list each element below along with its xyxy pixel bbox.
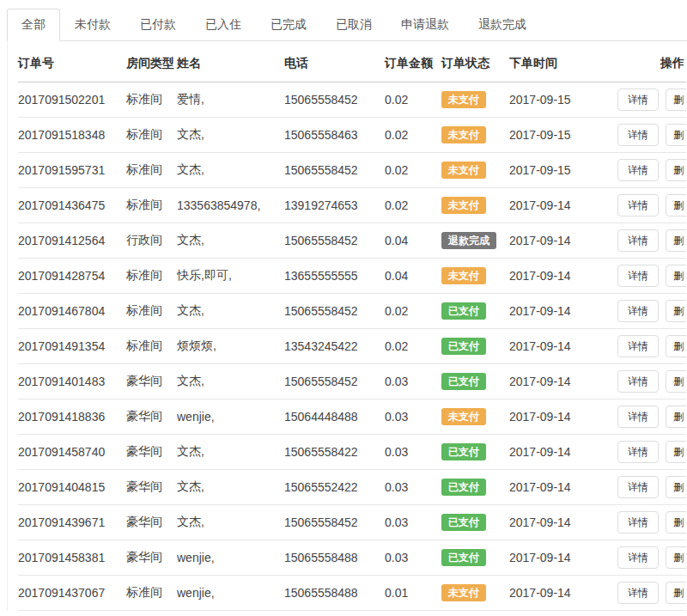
guest-name-cell: 文杰,	[177, 153, 284, 188]
delete-button[interactable]: 删	[666, 300, 686, 322]
delete-button[interactable]: 删	[666, 441, 686, 463]
status-badge: 退款完成	[441, 232, 496, 249]
status-badge: 已支付	[441, 443, 486, 460]
delete-button[interactable]: 删	[666, 124, 686, 146]
amount-cell: 0.02	[385, 294, 441, 329]
phone-cell: 13919274653	[284, 188, 385, 223]
status-badge: 未支付	[441, 162, 486, 179]
delete-button[interactable]: 删	[666, 265, 686, 287]
phone-cell: 13543245422	[284, 329, 385, 364]
detail-button[interactable]: 详情	[617, 370, 659, 393]
delete-button[interactable]: 删	[666, 335, 686, 357]
column-header-1: 房间类型	[126, 41, 177, 82]
tab-7[interactable]: 退款完成	[464, 9, 541, 41]
amount-cell: 0.03	[385, 505, 441, 540]
room-type-cell: 豪华间	[126, 435, 177, 470]
room-type-cell: 标准间	[126, 329, 177, 364]
table-header-row: 订单号房间类型姓名电话订单金额订单状态下单时间操作	[18, 41, 686, 82]
table-row: 2017091401483豪华间文杰,150655584520.03已支付201…	[18, 364, 686, 399]
amount-cell: 0.03	[385, 399, 441, 435]
detail-button[interactable]: 详情	[617, 511, 659, 534]
order-number-cell: 2017091412564	[18, 223, 126, 259]
status-badge: 已支付	[441, 479, 486, 496]
order-number-cell: 2017091401483	[18, 364, 126, 399]
detail-button[interactable]: 详情	[617, 265, 659, 287]
detail-button[interactable]: 详情	[617, 194, 659, 217]
detail-button[interactable]: 详情	[617, 124, 659, 146]
order-number-cell: 2017091436475	[18, 188, 126, 223]
room-type-cell: 豪华间	[126, 470, 177, 505]
order-number-cell: 2017091437067	[18, 576, 126, 611]
delete-button[interactable]: 删	[666, 476, 686, 498]
guest-name-cell: 烦烦烦,	[177, 329, 284, 364]
actions-cell: 详情删	[611, 153, 686, 188]
room-type-cell: 行政间	[126, 223, 177, 259]
order-number-cell: 2017091428754	[18, 259, 126, 294]
detail-button[interactable]: 详情	[617, 229, 659, 252]
status-cell: 未支付	[441, 82, 509, 118]
room-type-cell: 豪华间	[126, 540, 177, 576]
tab-3[interactable]: 已入住	[191, 9, 256, 41]
status-cell: 已支付	[441, 540, 509, 576]
detail-button[interactable]: 详情	[617, 406, 659, 428]
column-header-4: 订单金额	[385, 41, 441, 82]
column-header-3: 电话	[284, 41, 385, 82]
column-header-5: 订单状态	[441, 41, 509, 82]
delete-button[interactable]: 删	[666, 406, 686, 428]
status-cell: 未支付	[441, 576, 509, 611]
order-number-cell: 2017091491354	[18, 329, 126, 364]
actions-cell: 详情删	[611, 576, 686, 611]
amount-cell: 0.02	[385, 82, 441, 118]
phone-cell: 15065552422	[284, 470, 385, 505]
status-cell: 已支付	[441, 364, 509, 399]
delete-button[interactable]: 删	[666, 370, 686, 393]
detail-button[interactable]: 详情	[617, 159, 659, 181]
delete-button[interactable]: 删	[666, 582, 686, 604]
tab-6[interactable]: 申请退款	[386, 9, 464, 41]
status-cell: 未支付	[441, 188, 509, 223]
delete-button[interactable]: 删	[666, 159, 686, 181]
tab-2[interactable]: 已付款	[125, 9, 191, 41]
actions-cell: 详情删	[611, 435, 686, 470]
detail-button[interactable]: 详情	[617, 476, 659, 498]
delete-button[interactable]: 删	[666, 88, 686, 111]
order-date-cell: 2017-09-14	[509, 259, 611, 294]
actions-cell: 详情删	[611, 259, 686, 294]
order-number-cell: 2017091467804	[18, 294, 126, 329]
order-date-cell: 2017-09-15	[509, 82, 611, 118]
status-cell: 已支付	[441, 294, 509, 329]
status-cell: 已支付	[441, 505, 509, 540]
status-cell: 未支付	[441, 399, 509, 435]
delete-button[interactable]: 删	[666, 229, 686, 252]
delete-button[interactable]: 删	[666, 546, 686, 569]
tab-1[interactable]: 未付款	[60, 9, 125, 41]
detail-button[interactable]: 详情	[617, 300, 659, 322]
tab-4[interactable]: 已完成	[256, 9, 321, 41]
status-badge: 未支付	[441, 126, 486, 143]
detail-button[interactable]: 详情	[617, 88, 659, 111]
guest-name-cell: wenjie,	[177, 540, 284, 576]
table-row: 2017091595731标准间文杰,150655584520.02未支付201…	[18, 153, 686, 188]
status-badge: 未支付	[441, 408, 486, 425]
phone-cell: 15065558452	[284, 153, 385, 188]
delete-button[interactable]: 删	[666, 511, 686, 534]
detail-button[interactable]: 详情	[617, 582, 659, 604]
tab-0[interactable]: 全部	[7, 9, 60, 41]
amount-cell: 0.04	[385, 259, 441, 294]
amount-cell: 0.01	[385, 576, 441, 611]
table-row: 2017091467804标准间文杰,150655584520.02已支付201…	[18, 294, 686, 329]
detail-button[interactable]: 详情	[617, 441, 659, 463]
order-number-cell: 2017091518348	[18, 118, 126, 153]
guest-name-cell: 文杰,	[177, 294, 284, 329]
status-cell: 已支付	[441, 329, 509, 364]
tab-5[interactable]: 已取消	[321, 9, 386, 41]
order-number-cell: 2017091418836	[18, 399, 126, 435]
column-header-6: 下单时间	[509, 41, 611, 82]
delete-button[interactable]: 删	[666, 194, 686, 217]
detail-button[interactable]: 详情	[617, 546, 659, 569]
table-row: 2017091518348标准间文杰,150655584630.02未支付201…	[18, 118, 686, 153]
status-badge: 已支付	[441, 514, 486, 531]
room-type-cell: 豪华间	[126, 364, 177, 399]
phone-cell: 15065558452	[284, 294, 385, 329]
detail-button[interactable]: 详情	[617, 335, 659, 357]
